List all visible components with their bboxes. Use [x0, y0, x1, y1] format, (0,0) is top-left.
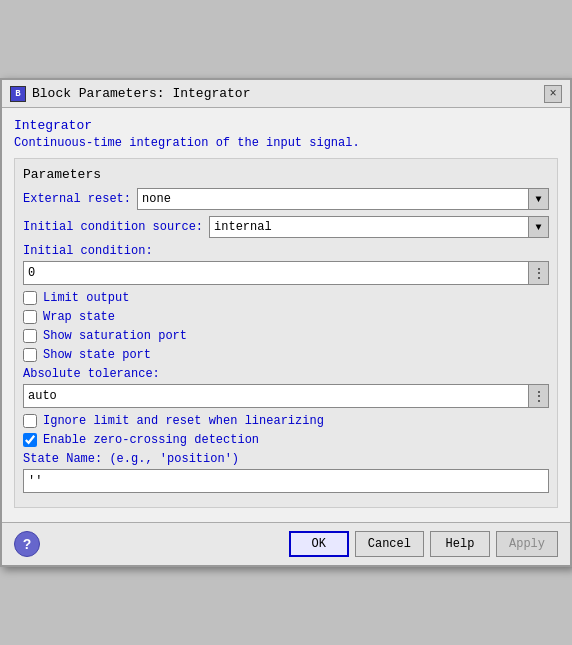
limit-output-label: Limit output: [43, 291, 129, 305]
show-state-port-row: Show state port: [23, 348, 549, 362]
show-saturation-port-row: Show saturation port: [23, 329, 549, 343]
help-circle-container: ?: [14, 531, 40, 557]
state-name-input-container: [23, 469, 549, 493]
limit-output-checkbox[interactable]: [23, 291, 37, 305]
block-description: Continuous-time integration of the input…: [14, 136, 558, 150]
external-reset-dropdown-container: none ▼: [137, 188, 549, 210]
show-state-port-checkbox[interactable]: [23, 348, 37, 362]
block-name: Integrator: [14, 118, 558, 133]
apply-button[interactable]: Apply: [496, 531, 558, 557]
external-reset-row: External reset: none ▼: [23, 188, 549, 210]
parameters-label: Parameters: [23, 167, 549, 182]
initial-condition-source-row: Initial condition source: internal ▼: [23, 216, 549, 238]
close-button[interactable]: ×: [544, 85, 562, 103]
show-saturation-port-label: Show saturation port: [43, 329, 187, 343]
dialog-title: Block Parameters: Integrator: [32, 86, 250, 101]
absolute-tolerance-input[interactable]: [23, 384, 529, 408]
external-reset-label: External reset:: [23, 192, 131, 206]
initial-condition-source-label: Initial condition source:: [23, 220, 203, 234]
absolute-tolerance-label: Absolute tolerance:: [23, 367, 549, 381]
absolute-tolerance-input-container: ⋮: [23, 384, 549, 408]
enable-zero-crossing-row: Enable zero-crossing detection: [23, 433, 549, 447]
wrap-state-checkbox[interactable]: [23, 310, 37, 324]
initial-condition-source-dropdown-container: internal ▼: [209, 216, 549, 238]
initial-condition-input[interactable]: [23, 261, 529, 285]
ignore-limit-checkbox[interactable]: [23, 414, 37, 428]
help-circle-button[interactable]: ?: [14, 531, 40, 557]
dialog-icon: B: [10, 86, 26, 102]
wrap-state-label: Wrap state: [43, 310, 115, 324]
absolute-tolerance-dots[interactable]: ⋮: [529, 384, 549, 408]
bottom-bar: ? OK Cancel Help Apply: [2, 522, 570, 565]
dialog-content: Integrator Continuous-time integration o…: [2, 108, 570, 522]
state-name-input[interactable]: [23, 469, 549, 493]
external-reset-dropdown[interactable]: none: [137, 188, 529, 210]
state-name-label: State Name: (e.g., 'position'): [23, 452, 549, 466]
initial-condition-source-dropdown[interactable]: internal: [209, 216, 529, 238]
cancel-button[interactable]: Cancel: [355, 531, 424, 557]
wrap-state-row: Wrap state: [23, 310, 549, 324]
ignore-limit-label: Ignore limit and reset when linearizing: [43, 414, 324, 428]
show-state-port-label: Show state port: [43, 348, 151, 362]
initial-condition-input-container: ⋮: [23, 261, 549, 285]
enable-zero-crossing-checkbox[interactable]: [23, 433, 37, 447]
show-saturation-port-checkbox[interactable]: [23, 329, 37, 343]
limit-output-row: Limit output: [23, 291, 549, 305]
external-reset-arrow[interactable]: ▼: [529, 188, 549, 210]
ok-button[interactable]: OK: [289, 531, 349, 557]
initial-condition-label: Initial condition:: [23, 244, 549, 258]
enable-zero-crossing-label: Enable zero-crossing detection: [43, 433, 259, 447]
block-parameters-dialog: B Block Parameters: Integrator × Integra…: [0, 78, 572, 567]
title-bar: B Block Parameters: Integrator ×: [2, 80, 570, 108]
ignore-limit-row: Ignore limit and reset when linearizing: [23, 414, 549, 428]
parameters-section: Parameters External reset: none ▼ Initia…: [14, 158, 558, 508]
initial-condition-source-arrow[interactable]: ▼: [529, 216, 549, 238]
help-button[interactable]: Help: [430, 531, 490, 557]
title-bar-left: B Block Parameters: Integrator: [10, 86, 250, 102]
initial-condition-dots[interactable]: ⋮: [529, 261, 549, 285]
